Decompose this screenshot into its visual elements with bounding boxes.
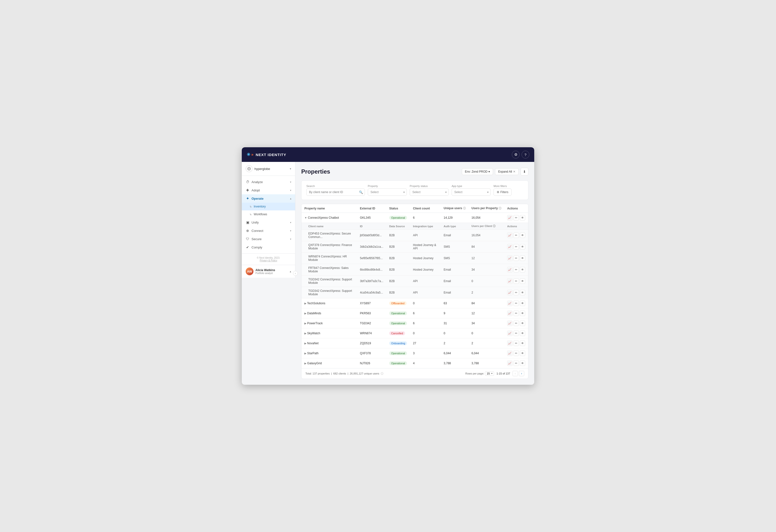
view-action-button[interactable]: 👁 xyxy=(520,290,525,295)
more-filters-button[interactable]: ⚙ Filters xyxy=(494,188,512,196)
sidebar-wrapper: hyperglobe ▾ ⏱ Analyze ▾ ✚ Adopt ▾ xyxy=(242,162,296,385)
row-expand-icon[interactable]: ▶ xyxy=(305,362,306,365)
client-name-cell: TGD342 ConnectXpress: Support Module xyxy=(302,276,357,287)
property-select[interactable]: Select xyxy=(368,188,407,196)
view-action-button[interactable]: 👁 xyxy=(520,331,525,336)
help-button[interactable]: ? xyxy=(522,151,529,159)
chevron-down-icon: ▾ xyxy=(290,238,291,240)
view-action-button[interactable]: 👁 xyxy=(520,244,525,249)
row-expand-icon[interactable]: ▶ xyxy=(305,332,306,335)
rows-per-page-select[interactable]: 15 25 50 xyxy=(485,371,494,376)
view-action-button[interactable]: 👁 xyxy=(520,279,525,284)
prev-page-button[interactable]: ‹ xyxy=(513,371,518,376)
stats-info-icon[interactable]: ⓘ xyxy=(381,372,383,375)
sidebar-collapse-button[interactable]: ‹ xyxy=(293,271,298,276)
chart-action-button[interactable]: 📈 xyxy=(507,255,513,261)
chart-action-button[interactable]: 📈 xyxy=(507,267,513,272)
row-expand-icon[interactable]: ▶ xyxy=(305,322,306,325)
settings-button[interactable]: ⚙ xyxy=(512,151,520,159)
privacy-link[interactable]: Privacy & Policy xyxy=(260,259,277,262)
sidebar-item-operate[interactable]: ✦ Operate ▴ xyxy=(242,194,295,203)
chart-action-button[interactable]: 📈 xyxy=(507,232,513,238)
view-action-button[interactable]: 👁 xyxy=(520,301,525,306)
unique-users-info-icon[interactable]: ⓘ xyxy=(463,207,466,210)
edit-action-button[interactable]: ✏ xyxy=(514,244,519,249)
sidebar-item-unify[interactable]: ▣ Unify ▾ xyxy=(242,218,295,226)
edit-action-button[interactable]: ✏ xyxy=(514,255,519,261)
users-per-property-info-icon[interactable]: ⓘ xyxy=(499,207,501,210)
edit-action-button[interactable]: ✏ xyxy=(514,267,519,272)
edit-action-button[interactable]: ✏ xyxy=(514,279,519,284)
sidebar-item-connect[interactable]: ⊕ Connect ▾ xyxy=(242,226,295,235)
view-action-button[interactable]: 👁 xyxy=(520,255,525,261)
sidebar-footer: © Next Identity, 2023. Privacy & Policy xyxy=(242,253,295,265)
sidebar-item-comply[interactable]: ✔ Comply xyxy=(242,243,295,251)
stat-separator: | xyxy=(348,372,348,375)
view-action-button[interactable]: 👁 xyxy=(520,311,525,316)
chart-action-button[interactable]: 📈 xyxy=(507,351,513,356)
table-footer: Total: 137 properties | 682 clients | 26… xyxy=(302,368,528,379)
users-per-client-info-icon[interactable]: ⓘ xyxy=(493,224,496,227)
row-expand-icon[interactable]: ▶ xyxy=(305,302,306,305)
view-action-button[interactable]: 👁 xyxy=(520,351,525,356)
users-per-property-cell: 16,054 xyxy=(469,213,504,223)
row-expand-icon[interactable]: ▶ xyxy=(305,352,306,355)
sidebar-item-analyze[interactable]: ⏱ Analyze ▾ xyxy=(242,178,295,186)
view-action-button[interactable]: 👁 xyxy=(520,232,525,238)
view-action-button[interactable]: 👁 xyxy=(520,321,525,326)
chart-action-button[interactable]: 📈 xyxy=(507,321,513,326)
filter-icon: ⚙ xyxy=(497,190,500,194)
row-expand-icon[interactable]: ▶ xyxy=(305,342,306,345)
chart-action-button[interactable]: 📈 xyxy=(507,279,513,284)
table-row: ▶ SkyWatch WRN874 Cancelled 0 0 0 📈 ✏ 👁 xyxy=(302,328,528,338)
chevron-down-icon: ▾ xyxy=(290,181,291,183)
chart-action-button[interactable]: 📈 xyxy=(507,244,513,249)
client-col-name: Client name xyxy=(302,223,357,230)
client-sub-header-row: Client name ID Data Source Integration t… xyxy=(302,223,528,230)
view-action-button[interactable]: 👁 xyxy=(520,361,525,366)
action-icons: 📈 ✏ 👁 xyxy=(507,361,525,366)
client-count-cell: 6 xyxy=(410,309,441,318)
property-status-select[interactable]: Select xyxy=(410,188,449,196)
sidebar-item-secure[interactable]: 🛡 Secure ▾ xyxy=(242,235,295,243)
edit-action-button[interactable]: ✏ xyxy=(514,311,519,316)
view-action-button[interactable]: 👁 xyxy=(520,341,525,346)
chevron-down-icon: ▾ xyxy=(290,221,291,224)
app-type-select[interactable]: Select xyxy=(452,188,491,196)
edit-action-button[interactable]: ✏ xyxy=(514,232,519,238)
sidebar-item-inventory[interactable]: ↳ Inventory xyxy=(242,203,295,210)
edit-action-button[interactable]: ✏ xyxy=(514,331,519,336)
sidebar-item-workflows[interactable]: ↳ Workflows xyxy=(242,210,295,218)
edit-action-button[interactable]: ✏ xyxy=(514,341,519,346)
chart-action-button[interactable]: 📈 xyxy=(507,341,513,346)
edit-action-button[interactable]: ✏ xyxy=(514,215,519,220)
table-header-row: Property name External ID Status Client … xyxy=(302,204,528,213)
env-selector[interactable]: Env: Zend PROD ▾ xyxy=(462,168,493,175)
chart-action-button[interactable]: 📈 xyxy=(507,290,513,295)
row-expand-icon[interactable]: ▼ xyxy=(305,216,307,219)
sidebar-item-adopt[interactable]: ✚ Adopt ▾ xyxy=(242,186,295,194)
property-name-cell: ▶ SkyWatch xyxy=(302,328,357,338)
chart-action-button[interactable]: 📈 xyxy=(507,311,513,316)
download-button[interactable]: ⬇ xyxy=(521,168,528,176)
user-section[interactable]: AW Alicia Watkins Portfolio analyst ▴ xyxy=(242,265,295,278)
chart-action-button[interactable]: 📈 xyxy=(507,331,513,336)
status-badge: Operational xyxy=(389,361,407,365)
chart-action-button[interactable]: 📈 xyxy=(507,361,513,366)
row-expand-icon[interactable]: ▶ xyxy=(305,312,306,315)
edit-action-button[interactable]: ✏ xyxy=(514,301,519,306)
status-badge: Cancelled xyxy=(389,331,405,335)
edit-action-button[interactable]: ✏ xyxy=(514,290,519,295)
view-action-button[interactable]: 👁 xyxy=(520,267,525,272)
edit-action-button[interactable]: ✏ xyxy=(514,321,519,326)
search-input[interactable] xyxy=(306,188,365,196)
app-title: NEXT IDENTITY xyxy=(256,153,286,157)
chart-action-button[interactable]: 📈 xyxy=(507,215,513,220)
org-selector[interactable]: hyperglobe ▾ xyxy=(242,162,295,176)
edit-action-button[interactable]: ✏ xyxy=(514,351,519,356)
expand-all-button[interactable]: Expand All ✕ xyxy=(495,168,519,175)
view-action-button[interactable]: 👁 xyxy=(520,215,525,220)
chart-action-button[interactable]: 📈 xyxy=(507,301,513,306)
next-page-button[interactable]: › xyxy=(519,371,524,376)
edit-action-button[interactable]: ✏ xyxy=(514,361,519,366)
